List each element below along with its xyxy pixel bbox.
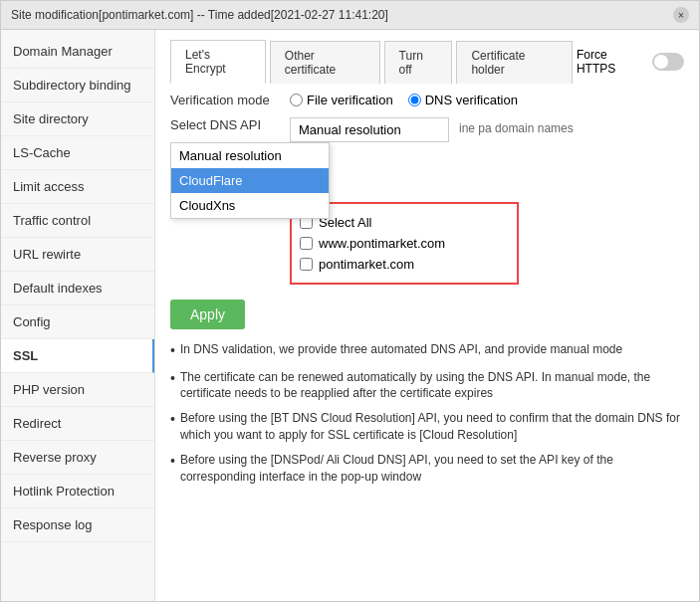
force-https-toggle[interactable] <box>652 53 684 71</box>
dns-verification-option[interactable]: DNS verification <box>408 93 518 107</box>
dropdown-item-cloudflare[interactable]: CloudFlare <box>171 168 329 193</box>
dropdown-item-manual[interactable]: Manual resolution <box>171 143 329 168</box>
verification-mode-options: File verification DNS verification <box>290 93 518 107</box>
root-domain-checkbox[interactable] <box>300 258 313 271</box>
main-window: Site modification[pontimarket.com] -- Ti… <box>0 0 700 602</box>
select-dns-api-label: Select DNS API <box>170 117 290 132</box>
bullet-icon: • <box>170 410 175 430</box>
select-all-item[interactable]: Select All <box>300 212 509 233</box>
window-title: Site modification[pontimarket.com] -- Ti… <box>11 8 388 22</box>
info-item: •Before using the [DNSPod/ Ali Cloud DNS… <box>170 452 684 486</box>
info-item: •In DNS validation, we provide three aut… <box>170 341 684 361</box>
main-panel: Let's EncryptOther certificateTurn offCe… <box>155 30 699 601</box>
sidebar-item-php-version[interactable]: PHP version <box>1 373 154 407</box>
dns-api-select[interactable]: Manual resolution CloudFlare CloudXns <box>290 117 449 142</box>
force-https-control: Force HTTPS <box>577 48 684 76</box>
dns-hint: ine pa domain names <box>459 121 574 135</box>
www-domain-label: www.pontimarket.com <box>319 236 445 251</box>
file-verification-option[interactable]: File verification <box>290 93 393 107</box>
dns-api-dropdown: Manual resolution CloudFlare CloudXns <box>170 142 330 219</box>
root-domain-item[interactable]: pontimarket.com <box>300 254 509 275</box>
toggle-thumb <box>654 55 668 69</box>
www-domain-checkbox[interactable] <box>300 237 313 250</box>
apply-button-container: Apply <box>170 295 684 329</box>
sidebar-item-subdirectory-binding[interactable]: Subdirectory binding <box>1 69 154 102</box>
close-icon: × <box>678 10 684 21</box>
info-text: The certificate can be renewed automatic… <box>180 369 684 403</box>
file-verification-label: File verification <box>307 93 393 107</box>
bullet-icon: • <box>170 369 175 389</box>
tab-turn-off[interactable]: Turn off <box>384 41 453 84</box>
sidebar-item-ssl[interactable]: SSL <box>1 339 154 373</box>
dns-verification-label: DNS verification <box>425 93 518 107</box>
root-domain-label: pontimarket.com <box>319 257 414 272</box>
sidebar-item-limit-access[interactable]: Limit access <box>1 170 154 204</box>
dropdown-item-cloudxns[interactable]: CloudXns <box>171 193 329 218</box>
file-verification-radio[interactable] <box>290 94 303 106</box>
verification-mode-row: Verification mode File verification DNS … <box>170 93 684 107</box>
close-button[interactable]: × <box>673 7 689 23</box>
info-text: In DNS validation, we provide three auto… <box>180 341 622 358</box>
sidebar-item-domain-manager[interactable]: Domain Manager <box>1 35 154 69</box>
sidebar-item-redirect[interactable]: Redirect <box>1 407 154 441</box>
sidebar-item-url-rewrite[interactable]: URL rewirte <box>1 238 154 272</box>
info-text: Before using the [BT DNS Cloud Resolutio… <box>180 410 684 444</box>
bullet-icon: • <box>170 452 175 472</box>
sidebar-item-traffic-control[interactable]: Traffic control <box>1 204 154 238</box>
dns-verification-radio[interactable] <box>408 94 421 106</box>
tab-bar: Let's EncryptOther certificateTurn offCe… <box>170 40 684 83</box>
sidebar-item-default-indexes[interactable]: Default indexes <box>1 272 154 305</box>
info-text: Before using the [DNSPod/ Ali Cloud DNS]… <box>180 452 684 486</box>
tab-other-certificate[interactable]: Other certificate <box>270 41 380 84</box>
content-area: Domain ManagerSubdirectory bindingSite d… <box>1 30 699 601</box>
sidebar-item-config[interactable]: Config <box>1 305 154 339</box>
info-list: •In DNS validation, we provide three aut… <box>170 341 684 485</box>
sidebar-item-hotlink-protection[interactable]: Hotlink Protection <box>1 475 154 508</box>
tab-lets-encrypt[interactable]: Let's Encrypt <box>170 40 266 84</box>
dns-api-select-wrapper: Manual resolution CloudFlare CloudXns <box>290 117 449 142</box>
select-dns-api-row: Select DNS API Manual resolution CloudFl… <box>170 117 684 142</box>
info-item: •Before using the [BT DNS Cloud Resoluti… <box>170 410 684 444</box>
bullet-icon: • <box>170 341 175 361</box>
sidebar-item-ls-cache[interactable]: LS-Cache <box>1 136 154 170</box>
sidebar: Domain ManagerSubdirectory bindingSite d… <box>1 30 155 601</box>
verification-mode-label: Verification mode <box>170 93 290 107</box>
www-domain-item[interactable]: www.pontimarket.com <box>300 233 509 254</box>
sidebar-item-site-directory[interactable]: Site directory <box>1 102 154 136</box>
info-item: •The certificate can be renewed automati… <box>170 369 684 403</box>
sidebar-item-reverse-proxy[interactable]: Reverse proxy <box>1 441 154 475</box>
title-bar: Site modification[pontimarket.com] -- Ti… <box>1 1 699 30</box>
force-https-label: Force HTTPS <box>577 48 646 76</box>
tab-certificate-holder[interactable]: Certificate holder <box>456 41 573 84</box>
sidebar-item-response-log[interactable]: Response log <box>1 508 154 542</box>
apply-button[interactable]: Apply <box>170 300 245 329</box>
